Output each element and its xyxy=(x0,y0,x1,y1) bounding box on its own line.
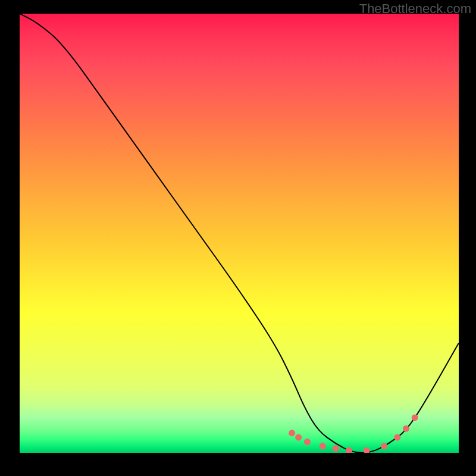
marker-point xyxy=(364,447,370,453)
watermark-text: TheBottleneck.com xyxy=(359,1,471,17)
marker-point xyxy=(320,443,326,449)
marker-point xyxy=(412,414,418,421)
marker-point xyxy=(304,439,311,445)
bottleneck-curve-svg xyxy=(20,14,459,453)
highlight-markers xyxy=(289,414,418,453)
bottleneck-curve xyxy=(20,14,459,453)
marker-point xyxy=(333,445,339,452)
marker-point xyxy=(289,430,295,436)
chart-plot-area xyxy=(20,14,459,453)
marker-point xyxy=(295,434,302,441)
marker-point xyxy=(394,434,400,441)
marker-point xyxy=(381,443,387,449)
marker-point xyxy=(403,425,409,432)
marker-point xyxy=(346,447,352,453)
